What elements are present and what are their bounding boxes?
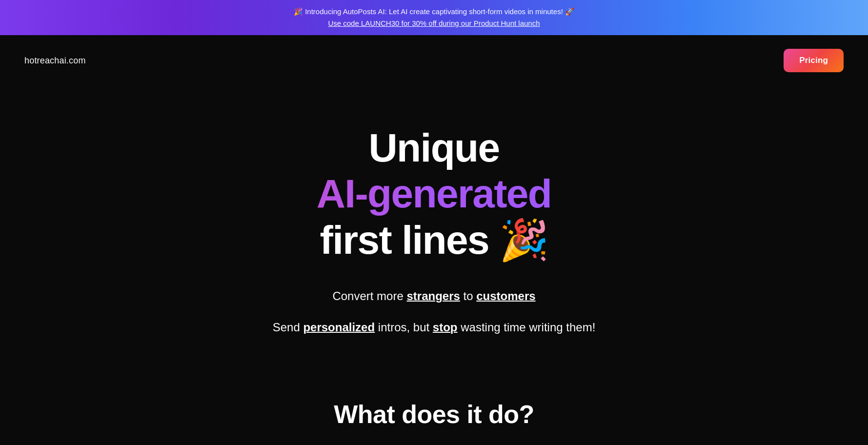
hero-subtitle2: Send personalized intros, but stop wasti… — [10, 319, 858, 336]
top-banner: 🎉 Introducing AutoPosts AI: Let AI creat… — [0, 0, 868, 35]
hero-subtitle: Convert more strangers to customers — [10, 287, 858, 305]
pricing-button[interactable]: Pricing — [784, 49, 844, 72]
customers-word: customers — [476, 289, 535, 303]
hero-title-line1: Unique — [10, 125, 858, 171]
banner-announcement-text: 🎉 Introducing AutoPosts AI: Let AI creat… — [10, 6, 858, 18]
hero-section: Unique AI-generated first lines 🎉 Conver… — [0, 86, 868, 365]
hero-title-line2: AI-generated — [10, 171, 858, 217]
what-title: What does it do? — [10, 400, 858, 429]
what-section: What does it do? We take care of the int… — [0, 365, 868, 445]
navbar: hotreachai.com Pricing — [0, 35, 868, 86]
stop-word: stop — [433, 321, 458, 334]
strangers-word: strangers — [406, 289, 460, 303]
personalized-word: personalized — [303, 321, 375, 334]
banner-main-text: 🎉 Introducing AutoPosts AI: Let AI creat… — [294, 7, 574, 16]
hero-title-line3: first lines 🎉 — [10, 217, 858, 263]
hero-title: Unique AI-generated first lines 🎉 — [10, 125, 858, 263]
site-logo: hotreachai.com — [24, 56, 86, 66]
banner-promo-link[interactable]: Use code LAUNCH30 for 30% off during our… — [328, 19, 540, 27]
